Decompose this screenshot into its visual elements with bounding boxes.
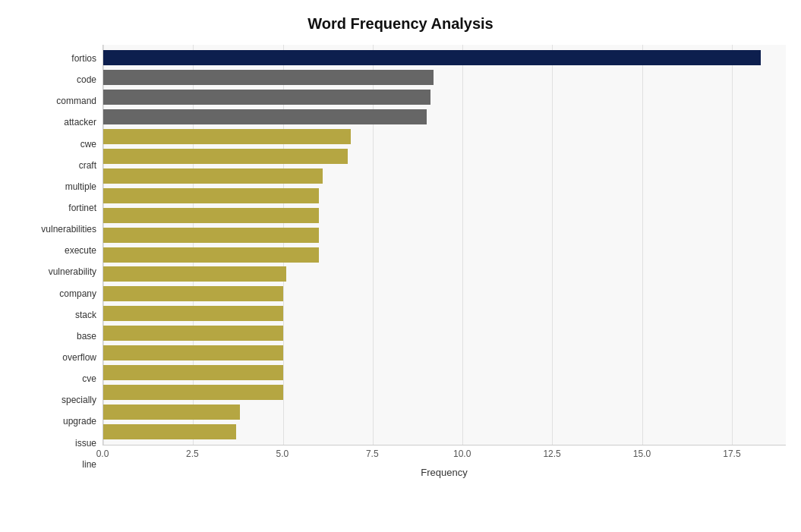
bar-row (103, 127, 786, 146)
y-axis: fortioscodecommandattackercwecraftmultip… (15, 45, 102, 478)
bar-row (103, 304, 786, 323)
x-tick: 10.0 (452, 449, 473, 459)
y-label: upgrade (63, 411, 96, 432)
bar-row (103, 107, 786, 127)
bar (103, 90, 430, 105)
y-label: code (77, 69, 96, 90)
bar (103, 109, 427, 124)
bar-row (103, 166, 786, 186)
x-tick: 7.5 (361, 449, 383, 459)
bar (103, 50, 761, 65)
y-label: company (59, 283, 96, 304)
x-tick: 15.0 (632, 449, 653, 459)
bar-row (103, 225, 786, 245)
y-label: craft (79, 155, 96, 176)
bar-row (103, 422, 786, 442)
y-label: fortinet (68, 197, 96, 219)
y-label: cve (82, 368, 96, 389)
bar (103, 247, 319, 263)
bar-row (103, 206, 786, 225)
bar-row (103, 402, 786, 422)
y-label: overflow (62, 347, 96, 368)
chart-area: fortioscodecommandattackercwecraftmultip… (15, 45, 786, 478)
y-label: multiple (65, 176, 96, 197)
bar (103, 365, 283, 380)
y-label: attacker (64, 112, 96, 133)
x-axis-title: Frequency (102, 467, 786, 478)
y-label: cwe (80, 134, 96, 155)
bar-row (103, 363, 786, 382)
bar (103, 405, 240, 420)
grid-and-bars (102, 45, 786, 445)
y-label: command (56, 90, 96, 112)
bar-row (103, 382, 786, 402)
bar-row (103, 284, 786, 304)
bar (103, 129, 351, 144)
bars-container (103, 45, 786, 445)
bar-row (103, 323, 786, 343)
plot-area: 0.02.55.07.510.012.515.017.5 Frequency (102, 45, 786, 478)
bar (103, 149, 348, 164)
bar-row (103, 264, 786, 284)
bar (103, 424, 236, 439)
bar (103, 306, 283, 321)
bar (103, 345, 283, 360)
y-label: vulnerability (49, 261, 96, 282)
bar-row (103, 186, 786, 206)
bar-row (103, 343, 786, 363)
bar-row (103, 87, 786, 107)
bar-row (103, 68, 786, 87)
x-tick: 0.0 (92, 449, 113, 459)
y-label: base (77, 326, 96, 347)
bar-row (103, 245, 786, 265)
bar (103, 168, 323, 184)
x-tick: 12.5 (541, 449, 563, 459)
bar (103, 286, 283, 301)
bar-row (103, 146, 786, 166)
bar (103, 228, 319, 243)
y-label: specially (61, 389, 96, 411)
x-tick: 2.5 (181, 449, 203, 459)
chart-title: Word Frequency Analysis (15, 15, 786, 33)
x-axis-labels: 0.02.55.07.510.012.515.017.5 (102, 449, 786, 464)
chart-container: Word Frequency Analysis fortioscodecomma… (0, 0, 801, 532)
bar (103, 70, 434, 85)
y-label: vulnerabilities (41, 219, 96, 240)
bar (103, 266, 286, 282)
bar (103, 208, 319, 223)
bar (103, 326, 283, 341)
bar (103, 385, 283, 400)
bar (103, 188, 319, 203)
bar-row (103, 48, 786, 68)
x-tick: 17.5 (721, 449, 743, 459)
y-label: execute (65, 240, 96, 261)
y-label: fortios (71, 48, 96, 69)
x-tick: 5.0 (272, 449, 293, 459)
y-label: stack (75, 304, 96, 326)
